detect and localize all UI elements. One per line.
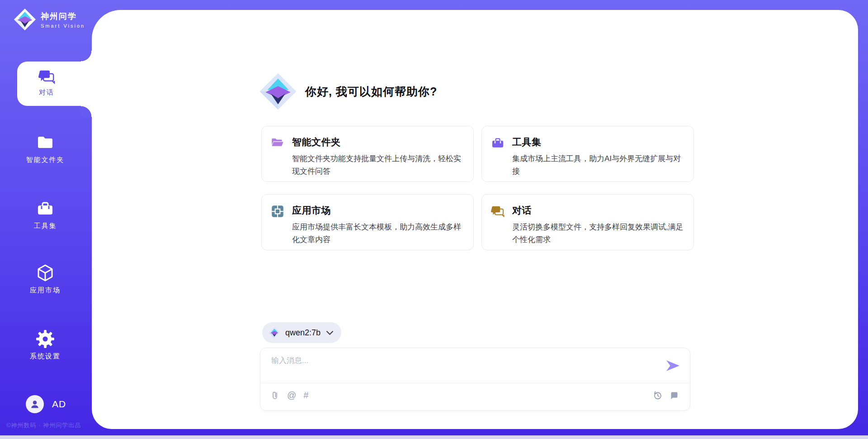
diamond-logo-icon xyxy=(14,8,36,31)
message-composer: @ # xyxy=(260,348,690,411)
hash-icon[interactable]: # xyxy=(303,391,308,400)
history-icon[interactable] xyxy=(653,391,662,400)
app-subtitle: Smart Vision xyxy=(41,23,85,29)
card-title: 智能文件夹 xyxy=(292,136,465,148)
card-app-market[interactable]: 应用市场 应用市场提供丰富长文本模板，助力高效生成多样化文章内容 xyxy=(261,194,474,250)
card-description: 灵活切换多模型文件，支持多样回复效果调试,满足个性化需求 xyxy=(512,221,685,246)
person-icon xyxy=(29,398,41,410)
sidebar-item-smart-folder[interactable]: 智能文件夹 xyxy=(14,134,77,164)
toolbox-icon xyxy=(491,136,505,150)
folder-icon xyxy=(36,134,54,152)
feature-cards: 智能文件夹 智能文件夹功能支持批量文件上传与清洗，轻松实现文件问答 工具集 集成… xyxy=(261,126,694,250)
user-name: AD xyxy=(52,399,66,410)
sidebar-item-settings[interactable]: 系统设置 xyxy=(14,330,77,361)
card-description: 集成市场上主流工具，助力AI与外界无缝扩展与对接 xyxy=(512,153,685,178)
chevron-down-icon xyxy=(326,331,333,335)
card-title: 工具集 xyxy=(512,136,685,148)
composer-right-actions xyxy=(653,391,679,400)
composer-divider xyxy=(261,383,689,383)
model-name: qwen2:7b xyxy=(285,328,321,338)
diamond-logo-icon xyxy=(269,327,280,339)
copyright-text: ©神州数码 · 神州问学出品 xyxy=(6,421,81,429)
paperclip-icon[interactable] xyxy=(270,391,280,400)
greeting-block: 你好, 我可以如何帮助你? xyxy=(259,72,437,110)
app-title: 神州问学 xyxy=(41,11,85,22)
main-content-panel: 你好, 我可以如何帮助你? 智能文件夹 智能文件夹功能支持批量文件上传与清洗，轻… xyxy=(92,10,858,429)
avatar xyxy=(26,395,44,413)
sidebar-item-chat[interactable]: 对话 xyxy=(17,62,95,106)
chat-icon xyxy=(491,205,505,218)
bottom-scrollbar-strip[interactable] xyxy=(0,435,868,439)
sidebar-item-label: 应用市场 xyxy=(30,286,61,294)
card-title: 应用市场 xyxy=(292,204,465,217)
at-icon[interactable]: @ xyxy=(287,391,296,400)
gear-icon xyxy=(36,330,54,348)
app-logo: 神州问学 Smart Vision xyxy=(14,8,85,31)
model-selector[interactable]: qwen2:7b xyxy=(262,322,341,343)
sidebar-item-app-market[interactable]: 应用市场 xyxy=(14,264,77,295)
greeting-title: 你好, 我可以如何帮助你? xyxy=(305,84,437,99)
grid-icon xyxy=(271,205,284,218)
sidebar-item-label: 对话 xyxy=(17,88,76,97)
card-title: 对话 xyxy=(512,204,685,217)
chat-bubble-icon[interactable] xyxy=(670,391,679,400)
card-description: 智能文件夹功能支持批量文件上传与清洗，轻松实现文件问答 xyxy=(292,153,465,178)
sidebar-item-label: 系统设置 xyxy=(30,352,61,360)
card-smart-folder[interactable]: 智能文件夹 智能文件夹功能支持批量文件上传与清洗，轻松实现文件问答 xyxy=(261,126,474,182)
card-description: 应用市场提供丰富长文本模板，助力高效生成多样化文章内容 xyxy=(292,221,465,246)
tab-fillet-bottom xyxy=(81,106,92,117)
chat-icon xyxy=(38,68,55,85)
tab-fillet-top xyxy=(81,51,92,62)
cube-icon xyxy=(36,264,54,282)
toolbox-icon xyxy=(36,200,54,218)
card-toolset[interactable]: 工具集 集成市场上主流工具，助力AI与外界无缝扩展与对接 xyxy=(481,126,694,182)
sidebar-item-label: 工具集 xyxy=(34,222,57,229)
message-input[interactable] xyxy=(271,355,651,379)
diamond-logo-icon xyxy=(259,72,297,110)
card-chat[interactable]: 对话 灵活切换多模型文件，支持多样回复效果调试,满足个性化需求 xyxy=(481,194,694,250)
user-account[interactable]: AD xyxy=(26,395,66,413)
send-icon[interactable] xyxy=(666,360,680,372)
sidebar-item-toolset[interactable]: 工具集 xyxy=(14,200,77,230)
sidebar-item-label: 智能文件夹 xyxy=(26,156,65,163)
composer-toolbar: @ # xyxy=(270,391,308,400)
open-folder-icon xyxy=(271,136,284,150)
